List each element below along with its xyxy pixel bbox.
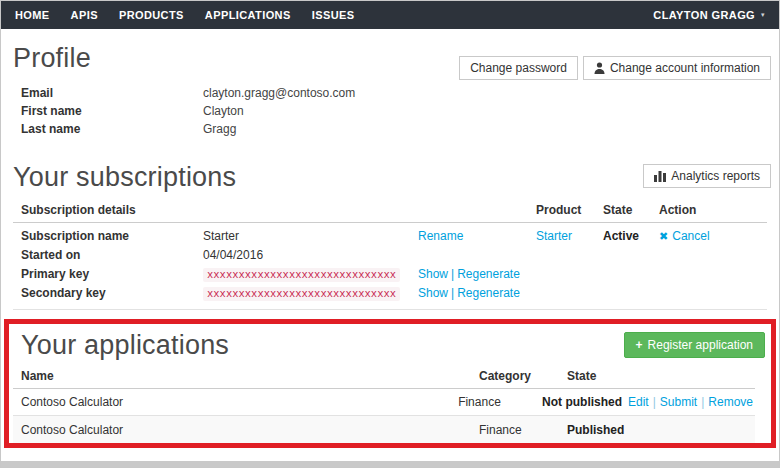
last-name-value: Gragg bbox=[203, 122, 236, 136]
user-menu[interactable]: CLAYTON GRAGG ▾ bbox=[653, 9, 765, 21]
first-name-label: First name bbox=[13, 104, 203, 118]
application-row: Contoso Calculator Finance Published bbox=[13, 416, 755, 443]
rename-link[interactable]: Rename bbox=[418, 229, 463, 243]
change-account-label: Change account information bbox=[610, 61, 760, 75]
primary-key-regenerate-link[interactable]: Regenerate bbox=[457, 267, 520, 281]
spacer bbox=[657, 369, 755, 383]
applications-header: Your applications +Register application bbox=[13, 324, 755, 361]
profile-field-email: Email clayton.gragg@contoso.com bbox=[13, 84, 767, 102]
secondary-key-row: Secondary key xxxxxxxxxxxxxxxxxxxxxxxxxx… bbox=[13, 285, 767, 301]
last-name-label: Last name bbox=[13, 122, 203, 136]
nav-item-issues[interactable]: ISSUES bbox=[312, 9, 355, 21]
plus-icon: + bbox=[636, 338, 643, 352]
top-navbar: HOME APIS PRODUCTS APPLICATIONS ISSUES C… bbox=[1, 1, 779, 29]
user-name: CLAYTON GRAGG bbox=[653, 9, 755, 21]
submit-link[interactable]: Submit bbox=[660, 395, 697, 409]
person-icon bbox=[594, 62, 605, 74]
cancel-link[interactable]: Cancel bbox=[672, 229, 709, 243]
primary-key-label: Primary key bbox=[13, 267, 203, 281]
first-name-value: Clayton bbox=[203, 104, 244, 118]
profile-field-first-name: First name Clayton bbox=[13, 102, 767, 120]
remove-link[interactable]: Remove bbox=[708, 395, 753, 409]
primary-key-value: xxxxxxxxxxxxxxxxxxxxxxxxxxxxxx bbox=[203, 268, 400, 282]
subscription-name-value: Starter bbox=[203, 229, 418, 243]
category-header: Category bbox=[479, 369, 567, 383]
applications-table: Name Category State Contoso Calculator F… bbox=[13, 369, 755, 443]
analytics-reports-label: Analytics reports bbox=[671, 169, 760, 183]
register-application-button[interactable]: +Register application bbox=[624, 332, 765, 358]
application-row: Contoso Calculator Finance Not published… bbox=[13, 389, 755, 416]
change-password-label: Change password bbox=[470, 61, 567, 75]
subscription-name-label: Subscription name bbox=[13, 229, 203, 243]
subscriptions-table-header: Subscription details Product State Actio… bbox=[13, 203, 767, 223]
app-name: Contoso Calculator bbox=[13, 423, 479, 437]
nav-item-applications[interactable]: APPLICATIONS bbox=[205, 9, 291, 21]
chevron-down-icon: ▾ bbox=[761, 11, 765, 19]
subscription-state-value: Active bbox=[603, 229, 659, 243]
link-separator: | bbox=[701, 395, 704, 409]
app-state: Not published bbox=[542, 395, 628, 409]
edit-link[interactable]: Edit bbox=[628, 395, 649, 409]
analytics-reports-button[interactable]: Analytics reports bbox=[643, 164, 771, 188]
link-separator: | bbox=[653, 395, 656, 409]
cancel-action: ✖Cancel bbox=[659, 229, 749, 243]
app-actions: Edit|Submit|Remove bbox=[628, 395, 755, 409]
cancel-x-icon[interactable]: ✖ bbox=[659, 230, 668, 242]
app-category: Finance bbox=[458, 395, 542, 409]
action-header: Action bbox=[659, 203, 749, 217]
spacer bbox=[418, 203, 536, 217]
secondary-key-value: xxxxxxxxxxxxxxxxxxxxxxxxxxxxxx bbox=[203, 287, 400, 301]
link-separator: | bbox=[451, 286, 454, 300]
subscriptions-table: Subscription details Product State Actio… bbox=[13, 203, 767, 310]
main-content: Profile Change password Change account i… bbox=[1, 43, 779, 468]
change-password-button[interactable]: Change password bbox=[459, 56, 578, 80]
primary-key-links: Show|Regenerate bbox=[418, 267, 536, 281]
product-starter-link[interactable]: Starter bbox=[536, 229, 572, 243]
name-header: Name bbox=[13, 369, 479, 383]
profile-field-last-name: Last name Gragg bbox=[13, 120, 767, 138]
app-state: Published bbox=[567, 423, 657, 437]
email-value: clayton.gragg@contoso.com bbox=[203, 86, 355, 100]
subscriptions-header: Your subscriptions Analytics reports bbox=[13, 162, 767, 193]
email-label: Email bbox=[13, 86, 203, 100]
started-on-value: 04/04/2016 bbox=[203, 248, 418, 262]
register-application-label: Register application bbox=[648, 338, 753, 352]
secondary-key-show-link[interactable]: Show bbox=[418, 286, 448, 300]
secondary-key-label: Secondary key bbox=[13, 286, 203, 300]
nav-item-products[interactable]: PRODUCTS bbox=[119, 9, 184, 21]
applications-table-header: Name Category State bbox=[13, 369, 755, 389]
developer-portal-page: HOME APIS PRODUCTS APPLICATIONS ISSUES C… bbox=[0, 0, 780, 468]
link-separator: | bbox=[451, 267, 454, 281]
app-name: Contoso Calculator bbox=[13, 395, 458, 409]
primary-key-show-link[interactable]: Show bbox=[418, 267, 448, 281]
nav-item-apis[interactable]: APIS bbox=[71, 9, 98, 21]
bottom-edge-strip bbox=[1, 461, 779, 467]
applications-highlight-box: Your applications +Register application … bbox=[4, 319, 776, 448]
state-header: State bbox=[603, 203, 659, 217]
product-header: Product bbox=[536, 203, 603, 217]
secondary-key-links: Show|Regenerate bbox=[418, 286, 536, 300]
profile-fields: Email clayton.gragg@contoso.com First na… bbox=[13, 84, 767, 138]
nav-item-home[interactable]: HOME bbox=[15, 9, 50, 21]
profile-action-buttons: Change password Change account informati… bbox=[454, 56, 771, 80]
subscription-details-header: Subscription details bbox=[13, 203, 418, 217]
subscription-row-group: Subscription name Starter Rename Starter… bbox=[13, 223, 767, 310]
secondary-key-regenerate-link[interactable]: Regenerate bbox=[457, 286, 520, 300]
change-account-information-button[interactable]: Change account information bbox=[583, 56, 771, 80]
primary-key-row: Primary key xxxxxxxxxxxxxxxxxxxxxxxxxxxx… bbox=[13, 266, 767, 282]
app-state-header: State bbox=[567, 369, 657, 383]
app-category: Finance bbox=[479, 423, 567, 437]
bar-chart-icon bbox=[654, 170, 666, 182]
started-on-row: Started on 04/04/2016 bbox=[13, 247, 767, 263]
subscription-name-row: Subscription name Starter Rename Starter… bbox=[13, 228, 767, 244]
started-on-label: Started on bbox=[13, 248, 203, 262]
